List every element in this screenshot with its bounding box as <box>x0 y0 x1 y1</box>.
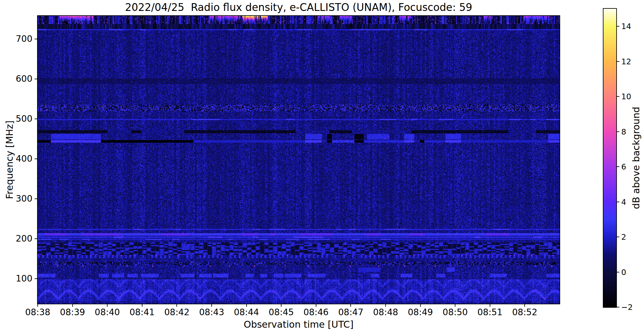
colorbar-tick-mark <box>617 131 619 132</box>
y-tick-mark <box>35 238 37 239</box>
colorbar-tick-label: 6 <box>621 162 626 171</box>
x-tick-mark <box>420 304 421 307</box>
colorbar-tick-mark <box>617 202 619 202</box>
colorbar-tick-label: 4 <box>621 197 626 206</box>
x-tick-mark <box>455 304 455 307</box>
y-tick-mark <box>35 119 37 119</box>
colorbar-tick-label: 10 <box>621 92 631 101</box>
colorbar-tick-mark <box>617 96 619 97</box>
x-axis-label: Observation time [UTC] <box>244 319 353 330</box>
y-axis-label: Frequency [MHz] <box>4 120 15 199</box>
colorbar-label: dB above background <box>631 107 642 209</box>
x-tick-mark <box>107 304 108 307</box>
x-tick-mark <box>142 304 142 307</box>
colorbar-tick-mark <box>617 272 619 272</box>
colorbar-tick-label: 14 <box>621 22 631 31</box>
y-tick-label: 100 <box>4 273 32 284</box>
y-tick-mark <box>35 79 37 79</box>
x-tick-label: 08:52 <box>503 307 546 317</box>
colorbar-gradient <box>603 9 616 307</box>
y-tick-mark <box>35 159 37 159</box>
colorbar-tick-mark <box>617 237 619 237</box>
colorbar-tick-mark <box>617 307 619 307</box>
colorbar-tick-mark <box>617 61 619 62</box>
x-tick-mark <box>246 304 247 307</box>
chart-title: 2022/04/25 Radio flux density, e-CALLIST… <box>38 1 560 13</box>
x-tick-mark <box>72 304 73 307</box>
y-tick-mark <box>35 278 37 279</box>
x-tick-mark <box>211 304 212 307</box>
y-tick-mark <box>35 39 37 39</box>
y-tick-label: 700 <box>4 34 32 44</box>
x-tick-mark <box>350 304 351 307</box>
figure: 2022/04/25 Radio flux density, e-CALLIST… <box>0 0 644 333</box>
colorbar-tick-label: 0 <box>621 267 626 277</box>
x-tick-mark <box>176 304 177 307</box>
colorbar <box>603 8 617 308</box>
colorbar-tick-mark <box>617 26 619 27</box>
y-tick-mark <box>35 198 37 199</box>
x-tick-mark <box>281 304 281 307</box>
y-tick-label: 200 <box>4 233 32 244</box>
colorbar-tick-label: 8 <box>621 127 626 136</box>
x-tick-mark <box>490 304 490 307</box>
x-tick-mark <box>524 304 525 307</box>
colorbar-tick-label: 12 <box>621 57 631 66</box>
spectrogram-heatmap <box>38 16 560 304</box>
x-tick-mark <box>385 304 386 307</box>
colorbar-tick-mark <box>617 166 619 167</box>
colorbar-tick-label: −2 <box>621 303 633 312</box>
colorbar-tick-label: 2 <box>621 233 626 242</box>
x-tick-mark <box>37 304 38 307</box>
x-tick-mark <box>316 304 316 307</box>
y-tick-label: 600 <box>4 74 32 84</box>
